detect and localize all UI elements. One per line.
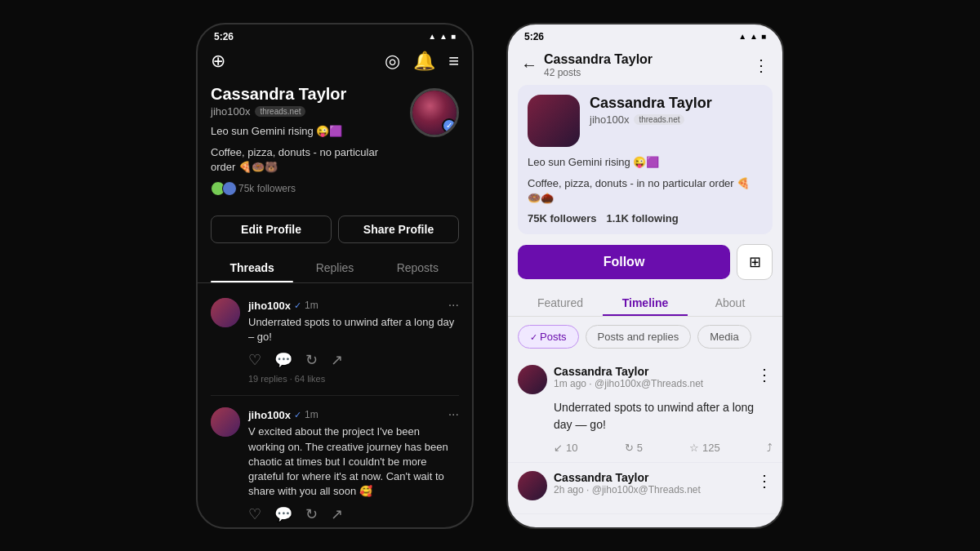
post-actions-2: ♡ 💬 ↻ ↗ xyxy=(248,505,459,523)
follower-avatars xyxy=(211,181,234,196)
reply-icon-1: ↙ xyxy=(554,442,563,454)
post-card-name-2: Cassandra Taylor xyxy=(554,471,701,484)
post-card-avatar-1 xyxy=(518,365,547,394)
post-card-handle-1: 1m ago · @jiho100x@Threads.net xyxy=(554,378,703,389)
comment-icon-2[interactable]: 💬 xyxy=(274,505,292,523)
post-card-1: Cassandra Taylor 1m ago · @jiho100x@Thre… xyxy=(508,357,782,463)
more-options-button[interactable]: ⋮ xyxy=(753,56,769,75)
right-phone: 5:26 ▲ ▲ ■ ← Cassandra Taylor 42 posts ⋮… xyxy=(506,23,784,529)
repost-action-1[interactable]: ↻ 5 xyxy=(625,442,643,454)
pill-posts[interactable]: ✓Posts xyxy=(518,325,579,349)
divider-1 xyxy=(211,395,459,396)
time-left: 5:26 xyxy=(214,31,234,42)
post-card-name-1: Cassandra Taylor xyxy=(554,365,703,378)
share-icon-2[interactable]: ↗ xyxy=(331,505,343,523)
left-phone: 5:26 ▲ ▲ ■ ⊕ ◎ 🔔 ≡ Cassandra Taylor jiho… xyxy=(196,23,474,529)
post-more-btn-2[interactable]: ⋮ xyxy=(756,471,773,491)
reply-action-1[interactable]: ↙ 10 xyxy=(554,442,577,454)
followers-count-right: 75K followers xyxy=(528,212,597,224)
post-user-row-2: jiho100x ✓ 1m xyxy=(248,409,318,421)
profile-name-left: Cassandra Taylor xyxy=(211,85,400,104)
post-avatar-1 xyxy=(211,298,240,327)
globe-icon[interactable]: ⊕ xyxy=(211,51,225,72)
tab-replies[interactable]: Replies xyxy=(293,253,376,282)
like-icon-1[interactable]: ♡ xyxy=(248,351,261,369)
signal-icon: ▲ xyxy=(428,32,436,41)
share-icon-r1: ⤴ xyxy=(767,442,773,454)
qr-button[interactable]: ⊞ xyxy=(737,244,773,280)
post-more-2[interactable]: ··· xyxy=(448,407,459,422)
battery-icon: ■ xyxy=(451,32,456,41)
post-avatar-2 xyxy=(211,407,240,437)
profile-card-avatar xyxy=(528,95,580,147)
profile-card-stats: 75K followers 1.1K following xyxy=(528,212,763,224)
status-icons-left: ▲ ▲ ■ xyxy=(428,32,456,41)
nav-right-icons: ◎ 🔔 ≡ xyxy=(385,51,459,72)
follow-row: Follow ⊞ xyxy=(508,244,782,290)
post-card-header-2: Cassandra Taylor 2h ago · @jiho100x@Thre… xyxy=(518,471,773,500)
post-card-handle-2: 2h ago · @jiho100x@Threads.net xyxy=(554,484,701,495)
repost-icon-r1: ↻ xyxy=(625,442,634,454)
header-title: Cassandra Taylor 42 posts xyxy=(544,52,746,78)
back-button[interactable]: ← xyxy=(521,56,537,74)
share-profile-button[interactable]: Share Profile xyxy=(338,216,459,243)
follow-button[interactable]: Follow xyxy=(518,245,730,279)
share-action-1[interactable]: ⤴ xyxy=(767,442,773,454)
post-username-1: jiho100x xyxy=(248,300,291,312)
pill-media[interactable]: Media xyxy=(697,325,751,349)
profile-card-name: Cassandra Taylor xyxy=(590,95,763,112)
avatar-img-1 xyxy=(211,298,240,327)
tab-threads[interactable]: Threads xyxy=(211,253,293,282)
bell-icon[interactable]: 🔔 xyxy=(413,51,435,72)
verified-badge-1: ✓ xyxy=(294,300,301,311)
followers-row-left: 75k followers xyxy=(211,181,400,196)
post-text-1: Underrated spots to unwind after a long … xyxy=(248,315,459,344)
verified-badge-2: ✓ xyxy=(294,410,301,420)
post-content-2: jiho100x ✓ 1m ··· V excited about the pr… xyxy=(248,407,459,527)
profile-card-info: Cassandra Taylor jiho100x threads.net xyxy=(590,95,763,147)
post-user-row-1: jiho100x ✓ 1m xyxy=(248,300,318,312)
avatar-img-2 xyxy=(211,407,240,437)
bio1-left: Leo sun Gemini rising 😜🟪 xyxy=(211,124,400,139)
share-icon-1[interactable]: ↗ xyxy=(331,351,343,369)
repost-count-1: 5 xyxy=(637,442,643,454)
post-more-1[interactable]: ··· xyxy=(448,298,459,313)
like-action-1[interactable]: ☆ 125 xyxy=(689,442,720,454)
post-header-2: jiho100x ✓ 1m ··· xyxy=(248,407,459,422)
edit-profile-button[interactable]: Edit Profile xyxy=(211,216,332,243)
post-card-header-1: Cassandra Taylor 1m ago · @jiho100x@Thre… xyxy=(518,365,773,394)
following-count-right: 1.1K following xyxy=(607,212,679,224)
post-username-2: jiho100x xyxy=(248,409,291,421)
post-content-1: jiho100x ✓ 1m ··· Underrated spots to un… xyxy=(248,298,459,384)
post-card-2: Cassandra Taylor 2h ago · @jiho100x@Thre… xyxy=(508,463,782,514)
post-text-2: V excited about the project I've been wo… xyxy=(248,424,459,499)
tab-timeline[interactable]: Timeline xyxy=(603,290,688,316)
tab-reposts[interactable]: Reposts xyxy=(376,253,459,282)
profile-card-top: Cassandra Taylor jiho100x threads.net xyxy=(528,95,763,147)
post-more-btn-1[interactable]: ⋮ xyxy=(756,365,773,384)
threads-badge-right: threads.net xyxy=(634,114,684,125)
profile-avatar-left: ✓ xyxy=(410,88,459,137)
tab-featured[interactable]: Featured xyxy=(518,290,603,316)
bio2-left: Coffee, pizza, donuts - no particular or… xyxy=(211,145,400,175)
profile-section-left: Cassandra Taylor jiho100x threads.net Le… xyxy=(198,78,472,216)
like-icon-2[interactable]: ♡ xyxy=(248,505,261,523)
tab-about[interactable]: About xyxy=(688,290,773,316)
repost-icon-1[interactable]: ↻ xyxy=(305,351,318,369)
pill-posts-replies[interactable]: Posts and replies xyxy=(586,325,692,349)
instagram-icon[interactable]: ◎ xyxy=(385,51,400,72)
action-buttons-left: Edit Profile Share Profile xyxy=(198,216,472,253)
check-icon: ✓ xyxy=(530,332,537,342)
repost-icon-2[interactable]: ↻ xyxy=(305,505,318,523)
post-item-1: jiho100x ✓ 1m ··· Underrated spots to un… xyxy=(198,290,472,392)
post-card-meta-1: Cassandra Taylor 1m ago · @jiho100x@Thre… xyxy=(554,365,703,389)
post-avatar-img-2 xyxy=(518,471,547,500)
header-profile-name: Cassandra Taylor xyxy=(544,52,746,67)
username-row-left: jiho100x threads.net xyxy=(211,105,400,118)
follower-avatar-2 xyxy=(222,181,237,196)
feed-left: jiho100x ✓ 1m ··· Underrated spots to un… xyxy=(198,283,472,527)
status-bar-right: 5:26 ▲ ▲ ■ xyxy=(508,24,782,46)
comment-icon-1[interactable]: 💬 xyxy=(274,351,292,369)
menu-icon[interactable]: ≡ xyxy=(448,51,459,72)
post-actions-1: ♡ 💬 ↻ ↗ xyxy=(248,351,459,369)
